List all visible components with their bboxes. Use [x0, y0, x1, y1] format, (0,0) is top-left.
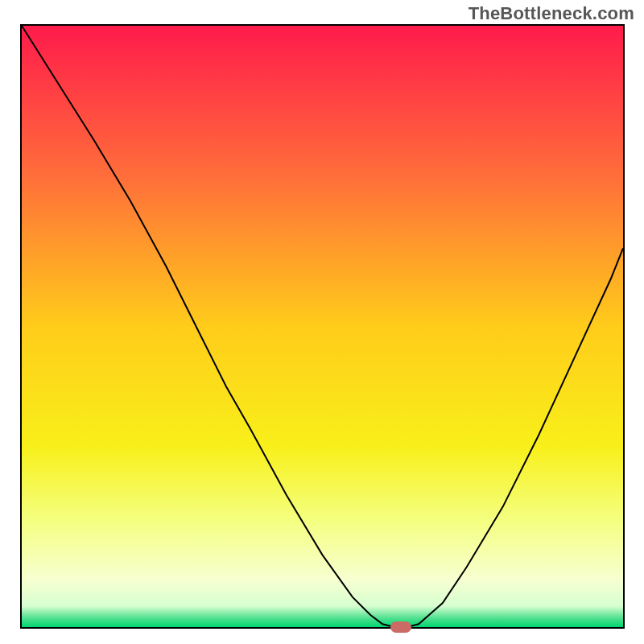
- watermark-text: TheBottleneck.com: [469, 3, 634, 24]
- chart-svg: [22, 26, 623, 627]
- chart-plot-area: [20, 24, 625, 629]
- gradient-rect: [22, 26, 623, 627]
